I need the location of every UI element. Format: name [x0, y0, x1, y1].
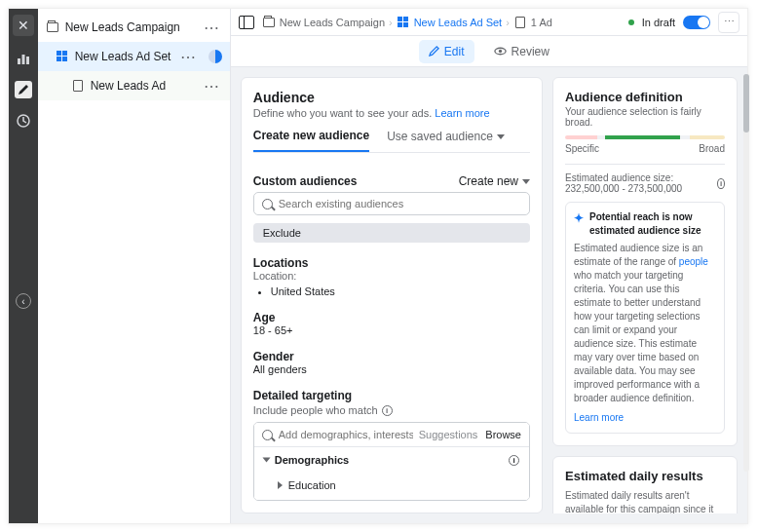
- adset-grid-icon: [397, 16, 410, 29]
- include-label: Include people who match: [253, 404, 378, 416]
- edit-mode-button[interactable]: Edit: [419, 40, 474, 63]
- meter-specific: Specific: [565, 143, 599, 154]
- row-menu-icon[interactable]: ⋯: [178, 48, 199, 66]
- search-icon: [262, 199, 273, 209]
- daily-results-card: Estimated daily results Estimated daily …: [552, 456, 738, 513]
- chevron-right-icon: ›: [506, 17, 510, 28]
- panel-toggle-icon[interactable]: [239, 16, 254, 29]
- doc-icon: [513, 16, 527, 29]
- svg-rect-2: [26, 57, 29, 64]
- gender-value: All genders: [253, 363, 530, 375]
- svg-point-5: [498, 50, 501, 53]
- row-menu-icon[interactable]: ⋯: [202, 77, 222, 95]
- audience-meter: [565, 135, 725, 139]
- suggestions-link[interactable]: Suggestions: [419, 429, 478, 440]
- status-toggle[interactable]: [683, 16, 710, 29]
- tab-use-saved[interactable]: Use saved audience: [387, 129, 505, 152]
- cat-financial[interactable]: Financial: [254, 498, 529, 501]
- detailed-targeting-label: Detailed targeting: [253, 389, 530, 402]
- svg-rect-1: [21, 55, 24, 64]
- caret-down-icon: [497, 134, 505, 139]
- location-value: United States: [271, 285, 530, 297]
- cat-demographics[interactable]: Demographics i: [254, 447, 529, 473]
- tree-adset[interactable]: New Leads Ad Set ⋯: [38, 42, 230, 71]
- scrollbar-thumb[interactable]: [743, 74, 749, 133]
- chevron-right-icon: [278, 481, 283, 489]
- right-column: Audience definition Your audience select…: [552, 77, 738, 513]
- tree-ad[interactable]: New Leads Ad ⋯: [38, 71, 230, 100]
- edit-icon[interactable]: [15, 81, 32, 98]
- learn-more-link[interactable]: Learn more: [435, 107, 489, 119]
- exclude-button[interactable]: Exclude: [253, 223, 530, 243]
- info-icon[interactable]: i: [382, 405, 393, 416]
- definition-sub: Your audience selection is fairly broad.: [565, 106, 725, 128]
- detailed-targeting-input[interactable]: [279, 429, 413, 440]
- star-icon: ✦: [574, 210, 584, 227]
- age-value: 18 - 65+: [253, 324, 530, 336]
- pencil-icon: [429, 46, 439, 57]
- breadcrumb-bar: New Leads Campaign › New Leads Ad Set › …: [231, 9, 747, 36]
- gender-label: Gender: [253, 350, 530, 363]
- detailed-targeting-dropdown: Suggestions Browse Demographics i Educat…: [253, 422, 530, 501]
- crumb-campaign[interactable]: New Leads Campaign: [280, 17, 385, 28]
- people-link[interactable]: people: [679, 256, 708, 267]
- tree-label: New Leads Ad Set: [75, 50, 171, 63]
- browse-link[interactable]: Browse: [485, 429, 521, 440]
- daily-title: Estimated daily results: [565, 469, 725, 483]
- scrollbar-track[interactable]: [743, 74, 749, 472]
- definition-title: Audience definition: [565, 90, 725, 104]
- custom-audiences-label: Custom audiences: [253, 174, 358, 188]
- doc-icon: [71, 79, 85, 93]
- more-menu-button[interactable]: ⋯: [718, 12, 739, 33]
- audience-search-input[interactable]: [279, 198, 521, 209]
- daily-body: Estimated daily results aren't available…: [565, 489, 725, 513]
- cat-education[interactable]: Education: [254, 473, 529, 498]
- tree-campaign[interactable]: New Leads Campaign ⋯: [38, 13, 230, 42]
- left-rail: ✕ ‹: [9, 9, 38, 523]
- info-icon[interactable]: i: [717, 178, 725, 189]
- chevron-right-icon: ›: [389, 17, 393, 28]
- breadcrumb: New Leads Campaign › New Leads Ad Set › …: [262, 16, 552, 29]
- meter-broad: Broad: [699, 143, 725, 154]
- tree-label: New Leads Campaign: [65, 20, 180, 34]
- completion-icon: [208, 50, 222, 63]
- status-label: In draft: [642, 17, 675, 28]
- audience-tabs: Create new audience Use saved audience: [253, 129, 530, 153]
- audience-definition-card: Audience definition Your audience select…: [552, 77, 738, 446]
- notice-body: Estimated audience size is an estimate o…: [574, 242, 716, 405]
- mode-bar: Edit Review: [231, 36, 747, 67]
- info-icon[interactable]: i: [509, 455, 519, 466]
- audience-title: Audience: [253, 90, 530, 105]
- tree-label: New Leads Ad: [91, 79, 166, 93]
- audience-search[interactable]: [253, 192, 530, 215]
- folder-icon: [46, 20, 59, 34]
- crumb-adset[interactable]: New Leads Ad Set: [414, 17, 503, 28]
- review-mode-button[interactable]: Review: [484, 40, 559, 63]
- estimated-size: Estimated audience size: 232,500,000 - 2…: [565, 172, 713, 194]
- collapse-rail-icon[interactable]: ‹: [16, 293, 31, 309]
- age-label: Age: [253, 311, 530, 324]
- svg-rect-0: [18, 58, 20, 64]
- notice-title: Potential reach is now estimated audienc…: [589, 210, 716, 238]
- folder-icon: [262, 16, 276, 29]
- create-new-link[interactable]: Create new: [459, 174, 530, 188]
- structure-tree: New Leads Campaign ⋯ New Leads Ad Set ⋯ …: [38, 9, 231, 523]
- close-icon: ✕: [18, 18, 29, 33]
- eye-icon: [494, 45, 507, 57]
- status-dot-icon: [628, 19, 634, 25]
- audience-subtitle: Define who you want to see your ads. Lea…: [253, 107, 530, 119]
- chart-icon[interactable]: [15, 50, 32, 67]
- adset-grid-icon: [56, 50, 69, 63]
- audience-card: Audience Define who you want to see your…: [241, 77, 543, 513]
- chevron-down-icon: [262, 458, 270, 463]
- row-menu-icon[interactable]: ⋯: [202, 19, 222, 37]
- close-button[interactable]: ✕: [13, 15, 34, 36]
- clock-icon[interactable]: [15, 112, 32, 130]
- location-sublabel: Location:: [253, 270, 530, 282]
- search-icon: [262, 430, 273, 440]
- caret-down-icon: [522, 179, 530, 184]
- notice-learn-more[interactable]: Learn more: [574, 411, 716, 425]
- main-area: New Leads Campaign › New Leads Ad Set › …: [231, 9, 747, 523]
- tab-create-new[interactable]: Create new audience: [253, 129, 369, 152]
- crumb-ad[interactable]: 1 Ad: [531, 17, 552, 28]
